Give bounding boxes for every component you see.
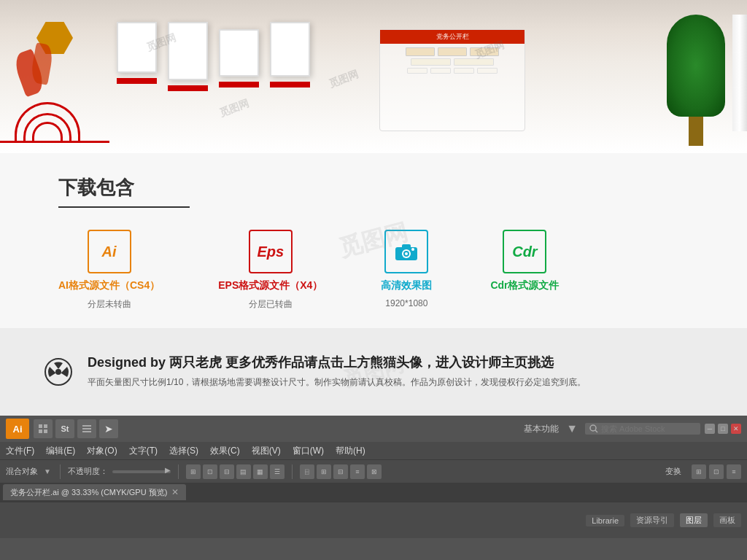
preview-image: 党务公开栏 <box>0 0 747 153</box>
ai-options-bar: 混合对象 ▼ 不透明度： ▶ ⊞ ⊡ ⊟ ▤ ▦ ☰ ⌸ ⊞ ⊟ ≡ ⊠ 变换 <box>0 459 747 483</box>
designer-text-block: Designed by 两只老虎 更多优秀作品请点击上方熊猫头像，进入设计师主页… <box>88 354 703 389</box>
hd-file-sublabel: 1920*1080 <box>385 298 427 308</box>
section-title: 下载包含 <box>58 175 689 201</box>
right-tree <box>667 15 725 146</box>
menu-type[interactable]: 文字(T) <box>129 445 158 457</box>
ai-topbar: Ai St ➤ 基本功能 ▼ ─ □ ✕ <box>0 416 747 442</box>
ai-file-label: AI格式源文件（CS4） <box>58 279 160 292</box>
align-btn-4[interactable]: ▤ <box>236 464 251 479</box>
panel-layout-btn[interactable]: ⊡ <box>709 464 724 479</box>
file-type-ai: Ai AI格式源文件（CS4） 分层未转曲 <box>58 230 160 311</box>
document-tab[interactable]: 党务公开栏.ai @ 33.33% (CMYK/GPU 预览) ✕ <box>3 484 186 500</box>
tb-icon-arrow[interactable]: ➤ <box>99 419 118 438</box>
dist-btn-2[interactable]: ⊞ <box>317 464 331 479</box>
svg-rect-14 <box>82 431 91 432</box>
menu-file[interactable]: 文件(F) <box>6 445 34 457</box>
ai-bottom-panels: Librarie 资源导引 图层 画板 <box>0 502 747 538</box>
wall-frames: 党务公开栏 <box>117 22 659 131</box>
align-btn-3[interactable]: ⊟ <box>220 464 234 479</box>
dist-btn-1[interactable]: ⌸ <box>300 464 314 479</box>
dist-btn-5[interactable]: ⊠ <box>367 464 382 479</box>
cdr-icon-label: Cdr <box>512 244 537 260</box>
svg-rect-1 <box>402 244 411 249</box>
menu-help[interactable]: 帮助(H) <box>336 445 365 457</box>
close-button[interactable]: ✕ <box>731 424 741 434</box>
opt-divider-2 <box>178 464 179 479</box>
opacity-slider[interactable]: ▶ <box>112 470 171 473</box>
file-types-row: Ai AI格式源文件（CS4） 分层未转曲 Eps EPS格式源文件（X4） 分… <box>58 230 689 311</box>
svg-rect-10 <box>39 429 42 433</box>
opt-divider-1 <box>60 464 61 479</box>
svg-rect-11 <box>44 429 47 433</box>
panel-controls: ⊞ ⊡ ≡ <box>692 464 741 479</box>
align-btn-1[interactable]: ⊞ <box>186 464 201 479</box>
minimize-button[interactable]: ─ <box>705 424 715 434</box>
designer-sub-text: 平面矢量图尺寸比例1/10，请根据场地需要调整设计尺寸。制作实物前请认真校稿。作… <box>88 376 703 389</box>
cdr-icon-box: Cdr <box>503 230 546 273</box>
ai-file-sublabel: 分层未转曲 <box>88 298 131 311</box>
search-icon <box>589 424 598 433</box>
transform-label: 变换 <box>665 466 681 477</box>
panel-grid-btn[interactable]: ⊞ <box>692 464 706 479</box>
radioactive-icon <box>44 357 73 386</box>
menu-window[interactable]: 窗口(W) <box>293 445 324 457</box>
align-btn-2[interactable]: ⊡ <box>203 464 217 479</box>
menu-view[interactable]: 视图(V) <box>252 445 281 457</box>
svg-rect-8 <box>39 424 42 428</box>
menu-object[interactable]: 对象(O) <box>87 445 117 457</box>
svg-rect-13 <box>82 428 91 429</box>
dist-btn-4[interactable]: ≡ <box>350 464 365 479</box>
hd-icon-box <box>384 230 428 273</box>
layers-panel-btn[interactable]: 图层 <box>680 513 708 527</box>
opacity-label: 不透明度： <box>68 466 108 477</box>
title-underline <box>58 206 190 208</box>
hd-file-label: 高清效果图 <box>381 279 432 292</box>
cdr-file-label: Cdr格式源文件 <box>490 279 559 292</box>
menu-edit[interactable]: 编辑(E) <box>46 445 75 457</box>
file-type-eps: Eps EPS格式源文件（X4） 分层已转曲 <box>218 230 322 311</box>
tb-icon-2[interactable]: St <box>55 419 74 438</box>
tab-close-button[interactable]: ✕ <box>171 487 179 497</box>
designer-main-text: Designed by 两只老虎 更多优秀作品请点击上方熊猫头像，进入设计师主页… <box>88 354 703 371</box>
ai-icon-box: Ai <box>88 230 131 273</box>
eps-icon-label: Eps <box>257 244 284 260</box>
menu-select[interactable]: 选择(S) <box>169 445 198 457</box>
camera-icon <box>394 241 419 262</box>
blend-mode-label: 混合对象 <box>6 466 38 477</box>
svg-rect-9 <box>44 424 47 428</box>
ai-toolbar-icons[interactable]: St ➤ <box>34 419 118 438</box>
asset-panel-btn[interactable]: 资源导引 <box>630 513 674 527</box>
ai-search-box[interactable] <box>585 423 700 435</box>
distribution-tools: ⌸ ⊞ ⊟ ≡ ⊠ <box>300 464 382 479</box>
svg-point-15 <box>590 425 596 431</box>
align-btn-6[interactable]: ☰ <box>270 464 285 479</box>
ai-menubar: 文件(F) 编辑(E) 对象(O) 文字(T) 选择(S) 效果(C) 视图(V… <box>0 442 747 459</box>
ai-icon-label: Ai <box>102 244 117 260</box>
dist-btn-3[interactable]: ⊟ <box>333 464 348 479</box>
eps-file-sublabel: 分层已转曲 <box>249 298 293 311</box>
file-type-hd: 高清效果图 1920*1080 <box>381 230 432 308</box>
tb-icon-3[interactable] <box>77 419 96 438</box>
svg-point-7 <box>55 369 61 375</box>
artboard-panel-btn[interactable]: 画板 <box>713 513 741 527</box>
window-buttons[interactable]: ─ □ ✕ <box>705 424 741 434</box>
opt-divider-3 <box>292 464 293 479</box>
ai-application-bar: Ai St ➤ 基本功能 ▼ ─ □ ✕ 文件(F) 编辑(E) 对象(O) <box>0 416 747 560</box>
menu-effect[interactable]: 效果(C) <box>210 445 240 457</box>
ai-tabbar: 党务公开栏.ai @ 33.33% (CMYK/GPU 预览) ✕ <box>0 483 747 502</box>
align-btn-5[interactable]: ▦ <box>253 464 268 479</box>
tb-icon-1[interactable] <box>34 419 53 438</box>
svg-line-16 <box>595 430 597 432</box>
ai-app-logo: Ai <box>6 419 29 439</box>
search-input[interactable] <box>601 424 696 433</box>
eps-icon-box: Eps <box>249 230 293 273</box>
tab-label: 党务公开栏.ai @ 33.33% (CMYK/GPU 预览) <box>10 487 167 498</box>
svg-point-4 <box>405 252 408 255</box>
librarie-panel-btn[interactable]: Librarie <box>586 515 624 526</box>
panel-settings-btn[interactable]: ≡ <box>727 464 741 479</box>
svg-point-5 <box>411 248 414 251</box>
align-tools: ⊞ ⊡ ⊟ ▤ ▦ ☰ <box>186 464 285 479</box>
designer-section: 觅图网 Designed by 两只老虎 更多优秀作品请点击上方熊猫头像，进入设… <box>0 328 747 416</box>
maximize-button[interactable]: □ <box>718 424 728 434</box>
left-decoration <box>15 15 102 146</box>
